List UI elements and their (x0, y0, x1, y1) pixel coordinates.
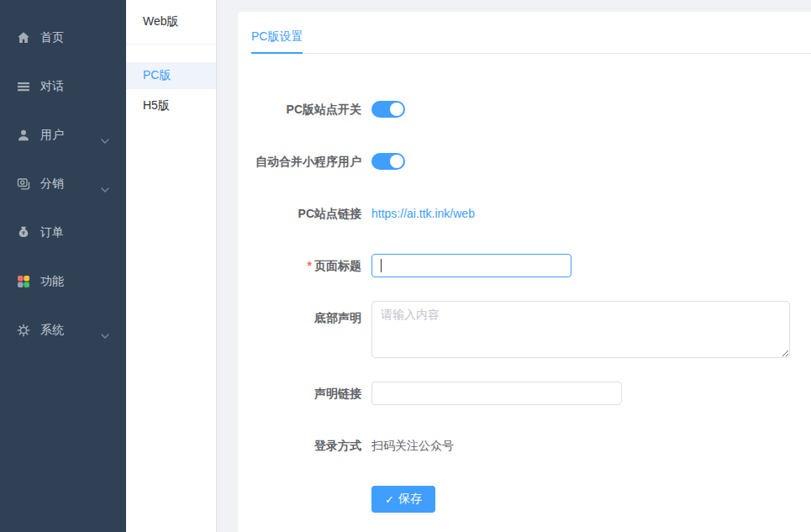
submenu-header-label: Web版 (143, 14, 179, 29)
footer-statement-label: 底部声明 (238, 301, 371, 358)
text-caret (381, 259, 382, 272)
main-sidebar: 首页 对话 用户 分销 (0, 0, 126, 532)
form-row-site-switch: PC版站点开关 (238, 92, 811, 126)
login-mode-value: 扫码关注公众号 (371, 429, 454, 462)
form-row-statement-link: 声明链接 (238, 377, 811, 410)
settings-card: PC版设置 PC版站点开关 自动合并小程序用户 PC站点链接 (238, 12, 811, 532)
form-row-site-link: PC站点链接 https://ai.ttk.ink/web (238, 197, 811, 230)
submenu-item-pc[interactable]: PC版 (126, 62, 216, 89)
submenu-item-label: PC版 (143, 68, 171, 83)
submenu-item-web[interactable]: Web版 (126, 0, 216, 45)
sidebar-item-label: 分销 (40, 176, 64, 192)
form-control (371, 377, 622, 410)
site-link-url[interactable]: https://ai.ttk.ink/web (371, 197, 475, 230)
sidebar-item-label: 首页 (40, 30, 64, 45)
list-icon (17, 80, 30, 93)
statement-link-input[interactable] (371, 382, 622, 405)
sidebar-item-label: 订单 (40, 225, 64, 240)
login-mode-label: 登录方式 (238, 429, 371, 462)
form-row-login-mode: 登录方式 扫码关注公众号 (238, 429, 811, 462)
money-bag-icon (17, 226, 30, 240)
sidebar-item-home[interactable]: 首页 (0, 26, 126, 50)
form-control (371, 92, 405, 126)
tabs-header: PC版设置 (251, 20, 811, 54)
version-submenu: Web版 PC版 H5版 (126, 0, 217, 532)
save-row-spacer (238, 481, 371, 514)
sidebar-item-dialogue[interactable]: 对话 (0, 75, 126, 98)
workspace: PC版设置 PC版站点开关 自动合并小程序用户 PC站点链接 (217, 0, 811, 532)
sidebar-item-system[interactable]: 系统 (0, 319, 126, 342)
sidebar-item-label: 用户 (40, 128, 64, 143)
required-asterisk: * (308, 259, 312, 272)
save-button[interactable]: ✓ 保存 (371, 486, 435, 513)
page-title-input[interactable] (371, 254, 571, 277)
site-switch-label: PC版站点开关 (238, 92, 371, 126)
statement-link-label: 声明链接 (238, 377, 371, 410)
sidebar-item-features[interactable]: 功能 (0, 270, 126, 293)
auto-merge-toggle[interactable] (371, 153, 405, 170)
chevron-down-icon (101, 133, 109, 146)
form-control: 扫码关注公众号 (371, 429, 454, 462)
home-icon (17, 31, 30, 45)
sidebar-item-label: 对话 (40, 79, 64, 94)
main-menu: 首页 对话 用户 分销 (0, 0, 126, 342)
form-row-save: ✓ 保存 (238, 481, 811, 514)
tab-pc-settings[interactable]: PC版设置 (251, 20, 303, 54)
site-link-label: PC站点链接 (238, 197, 371, 230)
gear-icon (17, 324, 30, 337)
check-icon: ✓ (385, 493, 394, 506)
pc-settings-form: PC版站点开关 自动合并小程序用户 PC站点链接 https://ai.ttk.… (238, 92, 811, 514)
sidebar-item-orders[interactable]: 订单 (0, 221, 126, 245)
form-row-footer-statement: 底部声明 (238, 301, 811, 358)
form-control (371, 301, 790, 358)
sidebar-item-label: 功能 (40, 274, 64, 289)
card-stack-icon (17, 177, 30, 191)
site-switch-toggle[interactable] (371, 101, 405, 118)
submenu-item-label: H5版 (143, 98, 170, 113)
form-row-page-title: *页面标题 (238, 249, 811, 282)
footer-statement-textarea[interactable] (371, 301, 790, 358)
form-control (371, 249, 571, 282)
form-control: ✓ 保存 (371, 481, 435, 514)
sidebar-item-distribution[interactable]: 分销 (0, 172, 126, 196)
user-icon (17, 129, 30, 142)
sidebar-item-users[interactable]: 用户 (0, 124, 126, 147)
auto-merge-label: 自动合并小程序用户 (238, 145, 371, 178)
chevron-down-icon (101, 328, 109, 341)
color-grid-icon (17, 275, 30, 288)
save-button-label: 保存 (398, 492, 422, 507)
chevron-down-icon (101, 182, 109, 195)
form-control: https://ai.ttk.ink/web (371, 197, 475, 230)
form-row-auto-merge: 自动合并小程序用户 (238, 145, 811, 178)
submenu-items: PC版 H5版 (126, 62, 216, 119)
form-control (371, 145, 405, 178)
submenu-item-h5[interactable]: H5版 (126, 92, 216, 119)
page-title-label: *页面标题 (238, 249, 371, 282)
sidebar-item-label: 系统 (40, 323, 64, 338)
